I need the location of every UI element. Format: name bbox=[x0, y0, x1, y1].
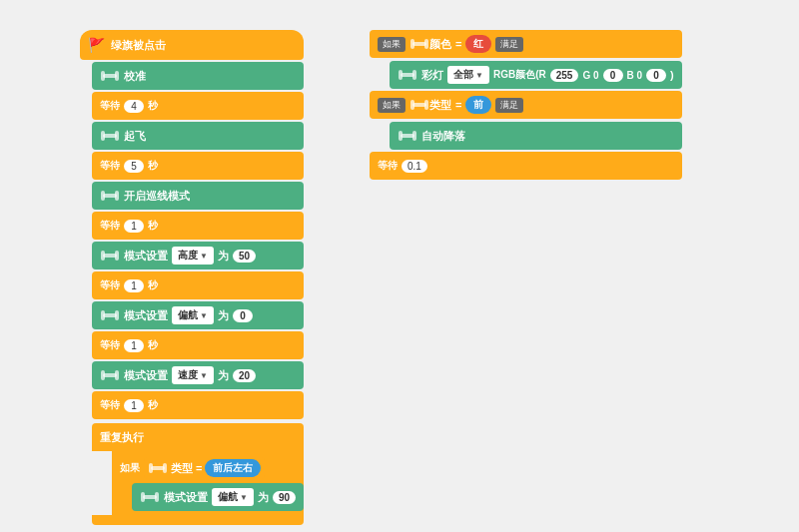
auto-land-block[interactable]: 自动降落 bbox=[390, 122, 682, 150]
type-label-r: 类型 bbox=[429, 98, 451, 113]
wait-1c-value[interactable]: 1 bbox=[124, 339, 144, 352]
svg-rect-13 bbox=[101, 310, 105, 320]
svg-rect-3 bbox=[103, 134, 117, 138]
wait-01-block[interactable]: 等待 0.1 bbox=[370, 152, 682, 180]
wait-5-value[interactable]: 5 bbox=[124, 160, 144, 173]
svg-rect-32 bbox=[424, 100, 428, 110]
type-sensor-block[interactable]: 如果 类型 = 前 满足 bbox=[370, 91, 682, 119]
svg-rect-0 bbox=[103, 74, 117, 78]
set-height-block[interactable]: 模式设置 高度 ▼ 为 50 bbox=[92, 242, 304, 269]
right-block-group: 如果 颜色 = 红 满足 彩灯 bbox=[370, 30, 682, 182]
svg-rect-20 bbox=[163, 463, 167, 473]
height-dropdown[interactable]: 高度 ▼ bbox=[172, 247, 214, 265]
connector-icon-2 bbox=[100, 127, 120, 145]
wait-4-value[interactable]: 4 bbox=[124, 100, 144, 113]
sensor-prefix: 如果 bbox=[378, 37, 405, 52]
type-value-r[interactable]: 前 bbox=[465, 96, 491, 114]
wait-label-5: 等待 bbox=[100, 338, 120, 352]
speed-dropdown[interactable]: 速度 ▼ bbox=[172, 366, 214, 384]
rgb-label: RGB颜色(R bbox=[493, 68, 546, 82]
yaw-dropdown-2[interactable]: 偏航 ▼ bbox=[212, 488, 254, 506]
svg-rect-19 bbox=[149, 463, 153, 473]
g-value[interactable]: 0 bbox=[603, 69, 623, 82]
svg-rect-30 bbox=[412, 103, 426, 107]
yaw-dropdown[interactable]: 偏航 ▼ bbox=[172, 306, 214, 324]
r-value[interactable]: 255 bbox=[550, 69, 579, 82]
sec-label-6: 秒 bbox=[148, 398, 158, 412]
eq-r1: = bbox=[455, 38, 461, 50]
svg-rect-1 bbox=[101, 71, 105, 81]
mode-set-label-4: 模式设置 bbox=[164, 490, 208, 505]
svg-rect-2 bbox=[115, 71, 119, 81]
b-value[interactable]: 0 bbox=[646, 69, 666, 82]
wei-label-1: 为 bbox=[218, 249, 229, 264]
hat-block[interactable]: 🚩 绿旗被点击 bbox=[80, 30, 304, 60]
wait-1d-value[interactable]: 1 bbox=[124, 399, 144, 412]
set-yaw-90-block[interactable]: 模式设置 偏航 ▼ 为 90 bbox=[132, 483, 304, 511]
rgb-led-block[interactable]: 彩灯 全部 ▼ RGB颜色(R 255 G 0 0 B 0 0 ) bbox=[390, 61, 682, 89]
sec-label-4: 秒 bbox=[148, 278, 158, 292]
set-speed-block[interactable]: 模式设置 速度 ▼ 为 20 bbox=[92, 361, 304, 389]
svg-rect-21 bbox=[143, 495, 157, 499]
height-value[interactable]: 50 bbox=[233, 250, 256, 263]
wait-1c-block[interactable]: 等待 1 秒 bbox=[92, 331, 304, 359]
takeoff-label: 起飞 bbox=[124, 129, 146, 144]
svg-rect-17 bbox=[115, 370, 119, 380]
eq-label-inner: = bbox=[196, 462, 202, 474]
wait-01-value[interactable]: 0.1 bbox=[401, 160, 427, 173]
mode-set-label-3: 模式设置 bbox=[124, 368, 168, 383]
wei-label-2: 为 bbox=[218, 308, 229, 323]
speed-value[interactable]: 20 bbox=[233, 369, 256, 382]
mode-set-label-2: 模式设置 bbox=[124, 308, 168, 323]
sec-label-1: 秒 bbox=[148, 99, 158, 113]
set-yaw-block[interactable]: 模式设置 偏航 ▼ 为 0 bbox=[92, 301, 304, 329]
wait-label-4: 等待 bbox=[100, 278, 120, 292]
connector-icon-r2 bbox=[398, 66, 417, 84]
wait-1d-block[interactable]: 等待 1 秒 bbox=[92, 391, 304, 419]
repeat-block[interactable]: 重复执行 如果 类型 bbox=[80, 423, 304, 525]
svg-rect-35 bbox=[412, 131, 416, 141]
calibrate-label: 校准 bbox=[124, 69, 146, 84]
g-label: G 0 bbox=[582, 70, 598, 81]
svg-rect-28 bbox=[399, 70, 402, 80]
yaw-90-value[interactable]: 90 bbox=[273, 491, 296, 504]
wait-label-3: 等待 bbox=[100, 219, 120, 233]
svg-rect-7 bbox=[101, 191, 105, 201]
wait-4-block[interactable]: 等待 4 秒 bbox=[92, 92, 304, 120]
svg-rect-15 bbox=[103, 373, 117, 377]
svg-rect-29 bbox=[412, 70, 416, 80]
led-all-dropdown[interactable]: 全部 ▼ bbox=[447, 66, 489, 84]
led-label: 彩灯 bbox=[421, 68, 443, 83]
wait-1b-block[interactable]: 等待 1 秒 bbox=[92, 271, 304, 299]
wait-label-r: 等待 bbox=[378, 159, 398, 173]
eq-r2: = bbox=[455, 99, 461, 111]
svg-rect-23 bbox=[155, 492, 159, 502]
wei-label-3: 为 bbox=[218, 368, 229, 383]
svg-rect-11 bbox=[115, 251, 119, 261]
takeoff-block[interactable]: 起飞 bbox=[92, 122, 304, 150]
svg-rect-8 bbox=[115, 191, 119, 201]
connector-icon-r3 bbox=[409, 96, 429, 114]
yaw-value[interactable]: 0 bbox=[233, 309, 253, 322]
wait-5-block[interactable]: 等待 5 秒 bbox=[92, 152, 304, 180]
svg-rect-4 bbox=[101, 131, 105, 141]
line-mode-block[interactable]: 开启巡线模式 bbox=[92, 182, 304, 210]
svg-rect-26 bbox=[424, 39, 428, 49]
svg-rect-27 bbox=[400, 73, 414, 77]
wait-1a-value[interactable]: 1 bbox=[124, 220, 144, 233]
sec-label-5: 秒 bbox=[148, 338, 158, 352]
sec-label-2: 秒 bbox=[148, 159, 158, 173]
color-sensor-block[interactable]: 如果 颜色 = 红 满足 bbox=[370, 30, 682, 58]
flag-icon: 🚩 bbox=[88, 37, 105, 53]
connector-icon bbox=[100, 67, 120, 85]
wait-label-6: 等待 bbox=[100, 398, 120, 412]
calibrate-block[interactable]: 校准 bbox=[92, 62, 304, 90]
wait-1a-block[interactable]: 等待 1 秒 bbox=[92, 212, 304, 240]
color-value-r[interactable]: 红 bbox=[465, 35, 491, 53]
type-value-inner[interactable]: 前后左右 bbox=[205, 459, 261, 477]
wait-label-2: 等待 bbox=[100, 159, 120, 173]
auto-land-label: 自动降落 bbox=[421, 129, 465, 144]
connector-icon-r1 bbox=[409, 35, 429, 53]
wait-1b-value[interactable]: 1 bbox=[124, 279, 144, 292]
connector-icon-r4 bbox=[398, 127, 417, 145]
